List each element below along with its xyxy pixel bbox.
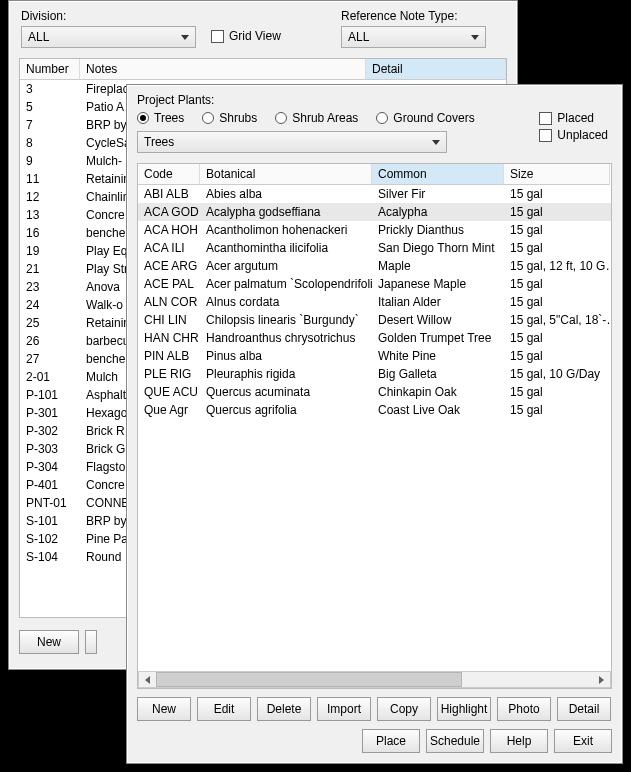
cell-number: P-303 xyxy=(20,440,80,458)
scroll-track[interactable] xyxy=(156,672,593,687)
table-header: Number Notes Detail xyxy=(20,59,506,80)
table-row[interactable]: HAN CHRHandroanthus chrysotrichusGolden … xyxy=(138,329,611,347)
col-botanical[interactable]: Botanical xyxy=(200,164,372,185)
col-notes[interactable]: Notes xyxy=(80,59,366,80)
delete-button[interactable]: Delete xyxy=(257,697,311,721)
table-row[interactable]: ABI ALBAbies albaSilver Fir15 gal xyxy=(138,185,611,203)
col-detail[interactable]: Detail xyxy=(366,59,506,80)
table-row[interactable]: Que AgrQuercus agrifoliaCoast Live Oak15… xyxy=(138,401,611,419)
radio-shrub-areas[interactable]: Shrub Areas xyxy=(275,111,358,125)
cell-botanical: Abies alba xyxy=(200,185,372,203)
division-select[interactable]: ALL xyxy=(21,26,196,48)
col-common[interactable]: Common xyxy=(372,164,504,185)
cell-number: S-104 xyxy=(20,548,80,566)
cell-number: 13 xyxy=(20,206,80,224)
cell-botanical: Acanthomintha ilicifolia xyxy=(200,239,372,257)
unplaced-checkbox[interactable]: Unplaced xyxy=(539,128,608,142)
table-row[interactable]: ACA ILIAcanthomintha ilicifoliaSan Diego… xyxy=(138,239,611,257)
radio-ground-covers[interactable]: Ground Covers xyxy=(376,111,474,125)
table-header: Code Botanical Common Size xyxy=(138,164,611,185)
cell-number: 9 xyxy=(20,152,80,170)
chevron-down-icon xyxy=(181,35,189,40)
checkbox-icon xyxy=(539,129,552,142)
project-plants-window: Project Plants: Trees Shrubs Shrub Areas… xyxy=(126,84,623,764)
gridview-checkbox[interactable]: Grid View xyxy=(211,29,281,43)
table-row[interactable]: ACA HOHAcantholimon hohenackeriPrickly D… xyxy=(138,221,611,239)
highlight-button[interactable]: Highlight xyxy=(437,697,491,721)
cell-code: ACE PAL xyxy=(138,275,200,293)
copy-button[interactable]: Copy xyxy=(377,697,431,721)
scroll-thumb[interactable] xyxy=(156,672,462,687)
col-number[interactable]: Number xyxy=(20,59,80,80)
horizontal-scrollbar[interactable] xyxy=(138,671,611,688)
cell-number: 25 xyxy=(20,314,80,332)
schedule-button[interactable]: Schedule xyxy=(426,729,484,753)
radio-icon xyxy=(202,112,214,124)
checkbox-icon xyxy=(211,30,224,43)
cell-code: ACA ILI xyxy=(138,239,200,257)
cell-number: 24 xyxy=(20,296,80,314)
table-row[interactable]: ALN CORAlnus cordataItalian Alder15 gal xyxy=(138,293,611,311)
cell-botanical: Acer argutum xyxy=(200,257,372,275)
cell-number: 12 xyxy=(20,188,80,206)
cell-number: S-102 xyxy=(20,530,80,548)
cell-number: 3 xyxy=(20,80,80,98)
cell-number: P-401 xyxy=(20,476,80,494)
new-button[interactable]: New xyxy=(19,630,79,654)
table-row[interactable]: ACE ARGAcer argutumMaple15 gal, 12 ft, 1… xyxy=(138,257,611,275)
cell-botanical: Pleuraphis rigida xyxy=(200,365,372,383)
gridview-label: Grid View xyxy=(229,29,281,43)
scroll-right-icon[interactable] xyxy=(593,672,610,687)
radio-icon xyxy=(137,112,149,124)
cell-number: 21 xyxy=(20,260,80,278)
detail-button[interactable]: Detail xyxy=(557,697,611,721)
photo-button[interactable]: Photo xyxy=(497,697,551,721)
cell-common: Golden Trumpet Tree xyxy=(372,329,504,347)
cell-common: Chinkapin Oak xyxy=(372,383,504,401)
cell-botanical: Alnus cordata xyxy=(200,293,372,311)
exit-button[interactable]: Exit xyxy=(554,729,612,753)
cell-number: 19 xyxy=(20,242,80,260)
edit-button[interactable]: Edit xyxy=(197,697,251,721)
cell-number: 2-01 xyxy=(20,368,80,386)
refnote-type-label: Reference Note Type: xyxy=(341,9,505,23)
table-row[interactable]: ACA GODAcalypha godseffianaAcalypha15 ga… xyxy=(138,203,611,221)
cell-size: 15 gal xyxy=(504,347,610,365)
cell-common: Maple xyxy=(372,257,504,275)
table-row[interactable]: ACE PALAcer palmatum `Scolopendrifolium`… xyxy=(138,275,611,293)
col-code[interactable]: Code xyxy=(138,164,200,185)
cell-size: 15 gal, 12 ft, 10 G… xyxy=(504,257,610,275)
cell-size: 15 gal xyxy=(504,185,610,203)
plants-table[interactable]: Code Botanical Common Size ABI ALBAbies … xyxy=(137,163,612,689)
cell-number: 5 xyxy=(20,98,80,116)
place-button[interactable]: Place xyxy=(362,729,420,753)
import-button[interactable]: Import xyxy=(317,697,371,721)
cell-common: Silver Fir xyxy=(372,185,504,203)
cell-common: White Pine xyxy=(372,347,504,365)
cell-code: PIN ALB xyxy=(138,347,200,365)
division-label: Division: xyxy=(21,9,211,23)
cell-number: P-302 xyxy=(20,422,80,440)
cell-code: ACA GOD xyxy=(138,203,200,221)
radio-trees[interactable]: Trees xyxy=(137,111,184,125)
table-row[interactable]: QUE ACUQuercus acuminataChinkapin Oak15 … xyxy=(138,383,611,401)
table-row[interactable]: CHI LINChilopsis linearis `Burgundy`Dese… xyxy=(138,311,611,329)
refnote-type-select[interactable]: ALL xyxy=(341,26,486,48)
table-row[interactable]: PIN ALBPinus albaWhite Pine15 gal xyxy=(138,347,611,365)
help-button[interactable]: Help xyxy=(490,729,548,753)
new-button[interactable]: New xyxy=(137,697,191,721)
scroll-left-icon[interactable] xyxy=(139,672,156,687)
cell-code: CHI LIN xyxy=(138,311,200,329)
cell-code: Que Agr xyxy=(138,401,200,419)
plant-type-select[interactable]: Trees xyxy=(137,131,447,153)
radio-shrubs[interactable]: Shrubs xyxy=(202,111,257,125)
table-row[interactable]: PLE RIGPleuraphis rigidaBig Galleta15 ga… xyxy=(138,365,611,383)
cell-size: 15 gal, 10 G/Day xyxy=(504,365,610,383)
cell-common: Italian Alder xyxy=(372,293,504,311)
cell-number: P-304 xyxy=(20,458,80,476)
cell-number: 23 xyxy=(20,278,80,296)
placed-checkbox[interactable]: Placed xyxy=(539,111,608,125)
col-size[interactable]: Size xyxy=(504,164,610,185)
cell-botanical: Acalypha godseffiana xyxy=(200,203,372,221)
truncated-button[interactable] xyxy=(85,630,97,654)
